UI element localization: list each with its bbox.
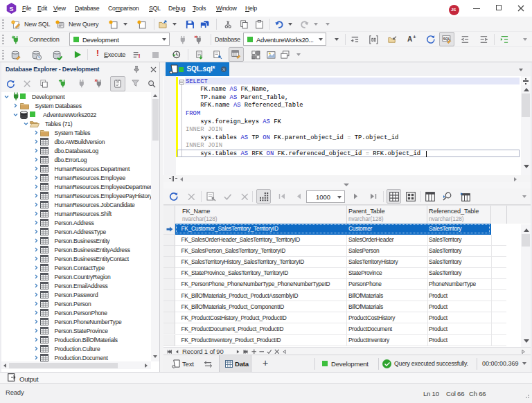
svg-text:S: S [9, 6, 13, 12]
svg-text:SQL: SQL [443, 37, 450, 41]
svg-text:!: ! [139, 53, 141, 60]
